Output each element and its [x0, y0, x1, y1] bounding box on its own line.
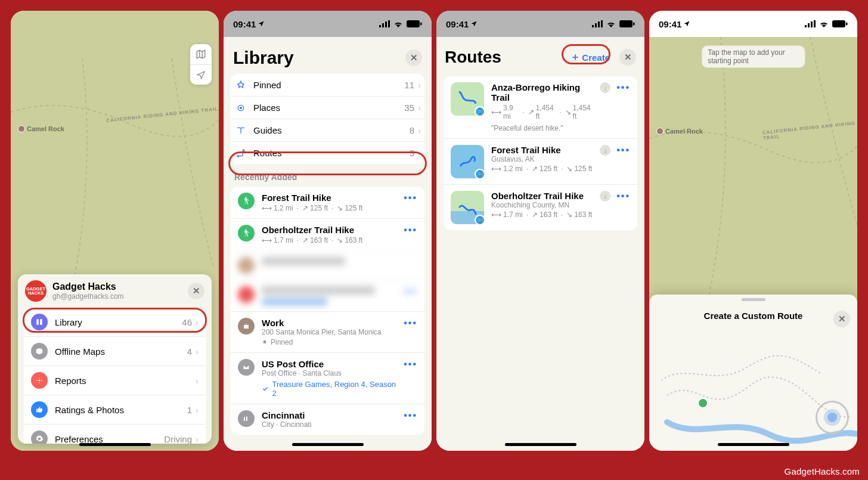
chevron-right-icon: › — [418, 148, 421, 158]
recent-item-oberholtzer[interactable]: Oberholtzer Trail Hike ⟷ 1.7 mi · ↗ 163 … — [231, 218, 424, 250]
recently-added-list: Forest Trail Hike ⟷ 1.2 mi · ↗ 125 ft · … — [231, 187, 424, 435]
status-bar: 09:41 — [649, 11, 857, 37]
route-subtitle: Gustavus, AK — [491, 155, 593, 163]
route-item[interactable]: 🚶 Forest Trail Hike Gustavus, AK ⟷ 1.2 m… — [444, 138, 637, 184]
download-icon[interactable]: ↓ — [600, 145, 610, 156]
recent-subtitle: 200 Santa Monica Pier, Santa Monica — [262, 328, 396, 336]
recent-item-work[interactable]: Work 200 Santa Monica Pier, Santa Monica… — [231, 311, 424, 352]
home-indicator[interactable] — [292, 443, 364, 446]
svg-rect-23 — [805, 25, 807, 27]
more-button[interactable]: ••• — [404, 225, 417, 236]
category-pinned[interactable]: Pinned 11› — [231, 74, 424, 96]
offline-maps-icon — [31, 343, 48, 360]
close-button[interactable]: ✕ — [619, 49, 636, 66]
category-places[interactable]: Places 35› — [231, 96, 424, 119]
hiking-badge-icon: 🚶 — [475, 106, 485, 117]
more-button[interactable]: ••• — [616, 191, 630, 202]
route-note: "Peaceful desert hike." — [491, 124, 593, 132]
recent-title: Cincinnati — [262, 410, 396, 420]
svg-point-16 — [243, 150, 244, 151]
more-button[interactable]: ••• — [616, 82, 630, 93]
svg-rect-28 — [846, 23, 848, 26]
library-icon — [31, 314, 48, 330]
route-thumbnail: 🚶 — [451, 145, 484, 178]
battery-icon — [619, 20, 635, 27]
recent-subtitle: City · Cincinnati — [262, 420, 396, 429]
recent-item-uspo[interactable]: US Post Office Post Office · Santa Claus… — [231, 352, 424, 404]
route-item[interactable]: 🚶 Oberholtzer Trail Hike Koochiching Cou… — [444, 184, 637, 230]
recent-title: Oberholtzer Trail Hike — [262, 225, 396, 235]
svg-point-29 — [698, 398, 708, 408]
location-services-icon — [470, 20, 478, 27]
map-style-button[interactable] — [190, 44, 212, 64]
places-icon — [234, 103, 247, 113]
more-button[interactable]: ••• — [404, 318, 417, 329]
recent-title: US Post Office — [262, 359, 396, 369]
recent-item-blurred: ••• — [231, 280, 424, 311]
sheet-grabber[interactable] — [742, 298, 765, 301]
current-location-button[interactable] — [816, 401, 849, 434]
library-categories: Pinned 11› Places 35› Guides 8› — [231, 74, 424, 164]
chevron-right-icon: › — [196, 405, 199, 415]
route-title: Forest Trail Hike — [491, 145, 593, 155]
menu-offline-maps[interactable]: Offline Maps 4› — [24, 336, 206, 366]
more-button[interactable]: ••• — [404, 286, 417, 297]
screenshot-3: 09:41 Routes Create — [436, 11, 644, 451]
svg-point-14 — [240, 107, 242, 109]
library-sheet: Library ✕ Pinned 11› Places 35› — [224, 37, 432, 451]
category-guides[interactable]: Guides 8› — [231, 119, 424, 141]
download-icon[interactable]: ↓ — [600, 82, 610, 93]
home-indicator[interactable] — [718, 443, 789, 446]
briefcase-icon — [238, 318, 255, 335]
cellular-icon — [379, 20, 390, 27]
close-button[interactable]: ✕ — [188, 283, 204, 299]
svg-rect-19 — [598, 21, 600, 27]
hiking-icon — [238, 225, 255, 241]
menu-library[interactable]: Library 46› — [24, 308, 206, 336]
svg-rect-21 — [619, 20, 633, 27]
hiking-icon — [238, 193, 255, 209]
route-thumbnail: 🚶 — [451, 191, 484, 224]
svg-point-15 — [237, 155, 239, 157]
locate-me-button[interactable] — [190, 64, 212, 85]
more-button[interactable]: ••• — [404, 410, 417, 421]
recent-subtitle: Post Office · Santa Claus — [262, 369, 396, 377]
poi-camel-rock[interactable]: Camel Rock — [18, 125, 64, 132]
close-button[interactable]: ✕ — [405, 49, 422, 66]
download-icon[interactable]: ↓ — [600, 191, 610, 202]
treasure-link[interactable]: Treasure Games, Region 4, Season 2 — [262, 380, 396, 398]
cellular-icon — [805, 20, 816, 27]
screenshot-4: 09:41 Camel Rock CALIFORNIA — [649, 11, 857, 451]
page-title: Library — [233, 48, 294, 68]
svg-rect-11 — [407, 20, 420, 27]
more-button[interactable]: ••• — [404, 193, 417, 203]
svg-rect-12 — [420, 23, 422, 26]
create-route-button[interactable]: Create — [566, 50, 615, 65]
svg-rect-26 — [814, 20, 816, 27]
svg-rect-20 — [601, 20, 603, 27]
battery-icon — [407, 20, 422, 27]
close-button[interactable]: ✕ — [833, 311, 850, 327]
poi-camel-rock[interactable]: Camel Rock — [656, 128, 703, 135]
more-button[interactable]: ••• — [404, 359, 417, 370]
home-indicator[interactable] — [505, 443, 576, 446]
menu-ratings-photos[interactable]: Ratings & Photos 1› — [24, 395, 206, 424]
recent-title: Work — [262, 318, 396, 328]
route-title: Anza-Borrego Hiking Trail — [491, 82, 593, 103]
menu-reports[interactable]: Reports › — [24, 366, 206, 395]
profile-sheet: GADGET HACKS Gadget Hacks gh@gadgethacks… — [18, 274, 212, 444]
battery-icon — [832, 20, 848, 27]
cellular-icon — [592, 20, 603, 27]
category-routes[interactable]: Routes 3› — [231, 141, 424, 164]
route-item[interactable]: 🚶 Anza-Borrego Hiking Trail ⟷ 3.9 mi · ↗… — [444, 76, 637, 138]
svg-point-6 — [39, 380, 41, 382]
recent-item-blurred — [231, 250, 424, 280]
recent-item-forest[interactable]: Forest Trail Hike ⟷ 1.2 mi · ↗ 125 ft · … — [231, 187, 424, 218]
home-indicator[interactable] — [79, 443, 151, 446]
screenshot-1: 09:41 Camel Rock CALIFORNIA — [11, 11, 219, 451]
more-button[interactable]: ••• — [616, 145, 630, 156]
menu-preferences[interactable]: Preferences Driving› — [24, 424, 206, 444]
route-title: Oberholtzer Trail Hike — [491, 191, 593, 201]
wifi-icon — [819, 20, 829, 27]
recent-item-cincinnati[interactable]: Cincinnati City · Cincinnati ••• — [231, 404, 424, 435]
